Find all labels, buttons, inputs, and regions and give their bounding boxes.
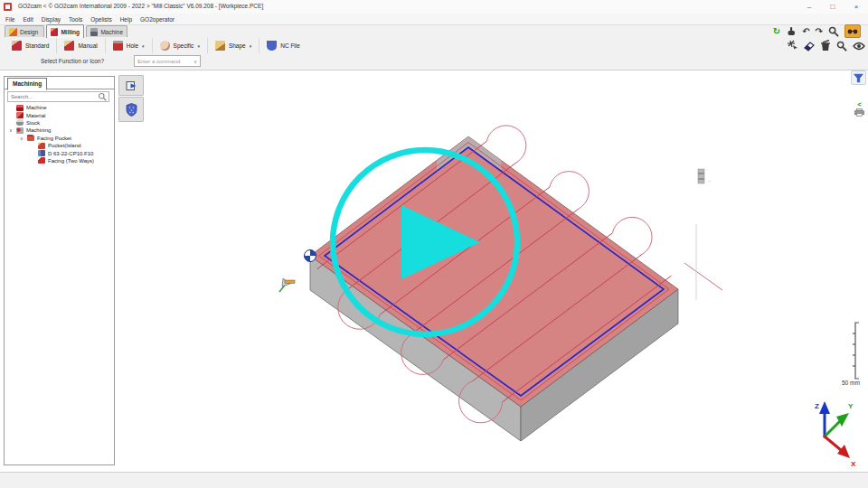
simulation-button[interactable] xyxy=(118,75,144,96)
expand-arrow-icon[interactable]: ∨ xyxy=(20,136,24,141)
machine-icon xyxy=(16,105,24,111)
tree-item-label: Material xyxy=(26,113,45,118)
button-label: Specific xyxy=(174,42,194,49)
zoom-window-icon[interactable] xyxy=(836,41,847,52)
tree-item-facing-two-ways[interactable]: Facing (Two Ways) xyxy=(5,157,114,164)
tab-label: Machine xyxy=(100,29,123,35)
tab-label: Milling xyxy=(61,29,80,35)
expand-arrow-icon[interactable]: ∨ xyxy=(9,127,13,133)
function-prompt: Select Function or Icon? xyxy=(41,58,104,64)
title-bar: GO2cam < © GO2cam International 2009 - 2… xyxy=(0,0,868,14)
chevron-down-icon[interactable]: ▾ xyxy=(250,43,252,49)
tree-item-label: Stock xyxy=(26,120,40,126)
menu-bar: File Edit Display Tools Opelists Help GO… xyxy=(0,14,868,25)
command-placeholder: Enter a command xyxy=(137,59,180,64)
shape-icon xyxy=(215,41,225,51)
menu-help[interactable]: Help xyxy=(120,16,132,23)
menu-file[interactable]: File xyxy=(5,16,14,23)
facing-operation-icon xyxy=(38,157,45,164)
tab-design[interactable]: Design xyxy=(5,25,44,37)
tree-item-machine[interactable]: Machine xyxy=(5,104,114,111)
tree-item-facing-pocket[interactable]: ∨ Facing Pocket xyxy=(5,135,114,142)
eraser-icon[interactable] xyxy=(804,41,815,52)
close-button[interactable]: × xyxy=(848,2,864,12)
search-input[interactable] xyxy=(8,94,98,99)
machining-icon xyxy=(16,127,24,134)
specific-button[interactable]: Specific ▾ xyxy=(152,38,207,53)
redo-icon[interactable]: ↷ xyxy=(816,26,823,36)
tree-item-label: Machine xyxy=(26,105,47,110)
play-window-icon xyxy=(126,80,137,91)
collapse-panel-button[interactable]: < xyxy=(854,99,865,118)
material-icon xyxy=(16,112,24,118)
button-label: Manual xyxy=(78,42,97,49)
svg-text:Y: Y xyxy=(848,402,854,410)
refresh-icon[interactable]: ↻ xyxy=(773,26,780,36)
search-box xyxy=(7,91,109,102)
viewport-3d[interactable]: .. 50 mm Z Y X xyxy=(0,0,868,488)
standard-button[interactable]: Standard xyxy=(5,38,56,53)
printer-icon xyxy=(854,108,864,117)
menu-edit[interactable]: Edit xyxy=(23,16,33,23)
svg-text:Z: Z xyxy=(815,402,819,410)
chevron-down-icon: ∨ xyxy=(193,59,197,64)
tree-item-machining[interactable]: ∨ Machining xyxy=(5,127,114,134)
scale-ruler xyxy=(853,323,859,379)
tab-milling[interactable]: Milling xyxy=(46,24,84,38)
verification-button[interactable] xyxy=(118,97,144,122)
undo-icon[interactable]: ↶ xyxy=(802,26,809,36)
hole-button[interactable]: Hole ▾ xyxy=(105,38,152,53)
button-label: Hole xyxy=(127,42,138,49)
tree-item-stock[interactable]: Stock xyxy=(5,119,114,127)
tree-item-label: Pocket(Island xyxy=(48,143,80,148)
chevron-down-icon[interactable]: ▾ xyxy=(197,43,200,49)
chevron-left-icon: < xyxy=(857,101,862,108)
tree-item-label: Facing Pocket xyxy=(37,136,71,141)
status-bar: X =185.593 Y =312.646 #1 : REFERENCE ∨ ∨… xyxy=(0,472,868,488)
minimize-button[interactable]: – xyxy=(801,2,817,12)
visibility-eye-icon[interactable] xyxy=(853,42,865,51)
tool-icon xyxy=(38,150,45,156)
button-label: Standard xyxy=(25,42,49,49)
tree-item-material[interactable]: Material xyxy=(5,111,114,118)
hand-pointer-icon[interactable] xyxy=(786,26,797,37)
filter-icon xyxy=(854,73,863,83)
tree-item-label: Machining xyxy=(26,127,51,133)
button-label: Shape xyxy=(229,42,246,49)
nc-file-button[interactable]: NC File xyxy=(259,38,307,53)
button-label: NC File xyxy=(280,42,300,49)
zoom-icon[interactable] xyxy=(828,26,839,37)
tree-item-tool[interactable]: D 63-22-CP10.F10 xyxy=(5,149,114,156)
shield-icon xyxy=(267,41,277,51)
tab-machining-panel[interactable]: Machining xyxy=(7,78,47,90)
menu-go2operator[interactable]: GO2operator xyxy=(140,16,175,23)
manual-icon xyxy=(64,41,74,51)
standard-icon xyxy=(12,41,22,51)
chevron-down-icon[interactable]: ▾ xyxy=(142,43,145,49)
svg-text:..: .. xyxy=(708,177,711,183)
menu-display[interactable]: Display xyxy=(42,16,61,23)
machining-panel: Machining Machine Material Stock ∨ Machi… xyxy=(4,76,115,465)
search-icon xyxy=(98,92,107,101)
maximize-button[interactable]: □ xyxy=(825,2,841,12)
go2operator-glasses-button[interactable] xyxy=(844,24,861,38)
milling-icon xyxy=(51,28,58,36)
pocket-icon xyxy=(38,143,45,149)
manual-button[interactable]: Manual xyxy=(56,38,104,53)
command-combobox[interactable]: Enter a command ∨ xyxy=(134,55,201,67)
tab-machine[interactable]: Machine xyxy=(86,25,127,37)
tree-item-label: D 63-22-CP10.F10 xyxy=(48,151,93,156)
delete-bucket-icon[interactable] xyxy=(820,40,831,52)
axis-triad: Z Y X xyxy=(815,401,856,468)
shape-button[interactable]: Shape ▾ xyxy=(207,38,259,53)
design-icon xyxy=(9,28,17,36)
filter-button[interactable] xyxy=(851,70,866,85)
menu-opelists[interactable]: Opelists xyxy=(90,16,111,23)
tree-item-label: Facing (Two Ways) xyxy=(48,158,94,164)
stock-icon xyxy=(16,119,24,126)
tree-item-pocket-island[interactable]: Pocket(Island xyxy=(5,142,114,149)
shield-icon xyxy=(126,103,137,117)
menu-tools[interactable]: Tools xyxy=(69,16,82,23)
selection-burst-icon[interactable] xyxy=(787,40,798,52)
hole-icon xyxy=(113,41,123,51)
